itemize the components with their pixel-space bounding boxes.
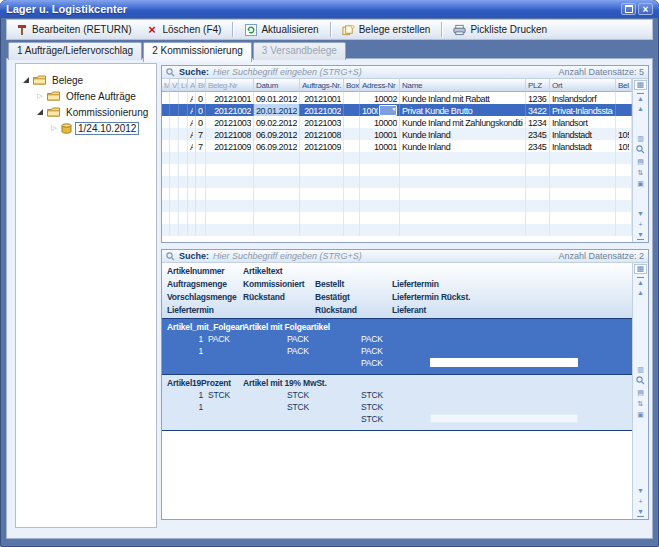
column-header[interactable]: Box [344, 79, 360, 92]
expander-collapsed-icon[interactable] [36, 92, 44, 100]
position-group[interactable]: Artikel19ProzentArtikel mit 19% MwSt.1ST… [162, 375, 632, 431]
cell-value: Inlandsort [552, 118, 613, 128]
scroll-last-icon[interactable]: ▼ [634, 231, 647, 241]
refresh-button[interactable]: Aktualisieren [238, 20, 324, 39]
table-cell [196, 224, 206, 236]
create-documents-button[interactable]: Belege erstellen [336, 20, 437, 39]
table-cell [344, 200, 360, 212]
glyph: ▦ [637, 81, 645, 89]
search-icon[interactable] [634, 145, 647, 155]
grid-button-icon[interactable]: ▦ [634, 80, 647, 90]
column-header[interactable]: Bel [616, 79, 632, 92]
lieferant-field[interactable] [430, 358, 578, 367]
scroll-first-icon[interactable]: ▲ [634, 92, 647, 102]
restore-button[interactable] [621, 3, 636, 15]
position-row[interactable]: 1STCKSTCKSTCK [162, 389, 632, 401]
column-header[interactable]: Name [400, 79, 526, 92]
copy-icon[interactable]: ▣ [634, 179, 647, 188]
expander-expanded-icon[interactable] [22, 77, 30, 83]
search-placeholder[interactable]: Hier Suchbegriff eingeben (STRG+S) [213, 67, 554, 77]
sort-icon[interactable]: ⇅ [634, 168, 647, 177]
list-icon[interactable]: ▤ [634, 157, 647, 166]
tree-item[interactable]: Belege [16, 72, 156, 88]
dropdown-arrow-icon[interactable]: ▼ [379, 105, 397, 116]
list-icon[interactable]: ▤ [634, 388, 647, 397]
scroll-last-icon[interactable]: ▼ [634, 508, 647, 518]
search-placeholder[interactable]: Hier Suchbegriff eingeben (STRG+S) [213, 251, 554, 261]
expander-expanded-icon[interactable] [36, 109, 44, 115]
position-row[interactable]: PACK [162, 357, 632, 369]
cell-value: 20121009 [208, 142, 251, 152]
column-header[interactable]: Datum [254, 79, 300, 92]
table-row[interactable] [162, 212, 632, 224]
cell-value: Privat-Inlandsstadt [552, 106, 613, 116]
create-documents-button-label: Belege erstellen [359, 24, 431, 35]
copy-icon[interactable]: ▣ [634, 410, 647, 419]
tree-item[interactable]: 1/24.10.2012 [16, 120, 156, 136]
table-row[interactable]: A002012100109.01.20122012100110002Kunde … [162, 92, 632, 104]
cell-value: 00 [198, 118, 203, 128]
position-group[interactable]: Artikel_mit_FolgeartikelArtikel mit Folg… [162, 319, 632, 375]
table-row[interactable]: A722012100906.09.20122012100910001Kunde … [162, 140, 632, 152]
table-row[interactable] [162, 176, 632, 188]
tree-item[interactable]: Offene Aufträge [16, 88, 156, 104]
tree-item[interactable]: Kommissionierung [16, 104, 156, 120]
column-header[interactable]: A [188, 79, 196, 92]
table-cell: 12367 [526, 92, 550, 104]
table-row[interactable] [162, 200, 632, 212]
scroll-down-icon[interactable]: ▼ [634, 486, 647, 495]
table-row[interactable]: A002012100309.02.20122012100310000Kunde … [162, 116, 632, 128]
table-row[interactable]: A722012100806.09.20122012100810001Kunde … [162, 128, 632, 140]
glyph: ⇅ [638, 400, 644, 407]
tab-kommissionierung[interactable]: 2 Kommissionierung [143, 42, 252, 62]
glyph: ▦ [637, 265, 645, 273]
freeze-columns-icon[interactable]: ▥ [634, 134, 647, 143]
column-header[interactable]: LO [179, 79, 188, 92]
table-cell [550, 212, 616, 224]
insert-icon[interactable]: + [634, 220, 647, 229]
tab-auftraege-liefervorschlag[interactable]: 1 Aufträge/Liefervorschlag [8, 42, 142, 60]
cell-value: Inslandsdorf [552, 94, 613, 104]
search-icon[interactable] [634, 376, 647, 386]
column-header[interactable]: Adress-Nr [360, 79, 400, 92]
delete-button[interactable]: × Löschen (F4) [139, 20, 227, 39]
column-header[interactable]: Beleg-Nr [206, 79, 254, 92]
print-picklist-button[interactable]: Pickliste Drucken [447, 20, 553, 39]
table-cell: 10000 [360, 116, 400, 128]
column-header[interactable]: PLZ [526, 79, 550, 92]
table-row[interactable] [162, 152, 632, 164]
scroll-first-icon[interactable]: ▲ [634, 276, 647, 286]
position-row[interactable]: 1PACKPACK [162, 345, 632, 357]
sort-icon[interactable]: ⇅ [634, 399, 647, 408]
column-header[interactable]: Ort [550, 79, 616, 92]
column-header[interactable]: VS [170, 79, 179, 92]
table-row[interactable] [162, 224, 632, 236]
field-label: Liefertermin Rückst. [392, 292, 470, 302]
position-row[interactable]: 1STCKSTCK [162, 401, 632, 413]
lieferant-field[interactable] [430, 414, 578, 423]
column-header[interactable]: Auftrags-Nr. [300, 79, 344, 92]
table-cell [526, 152, 550, 164]
scroll-up-icon[interactable]: ▲ [634, 104, 647, 113]
grid-button-icon[interactable]: ▦ [634, 264, 647, 274]
close-button[interactable]: × [638, 3, 653, 15]
position-row[interactable]: STCK [162, 413, 632, 425]
cell-value: 10001 [362, 130, 397, 140]
scroll-down-icon[interactable]: ▼ [634, 209, 647, 218]
column-header[interactable]: BG [196, 79, 206, 92]
table-row[interactable] [162, 188, 632, 200]
expander-collapsed-icon[interactable] [50, 124, 58, 132]
titlebar[interactable]: Lager u. Logistikcenter × [0, 0, 659, 18]
position-row[interactable]: 1PACKPACKPACK [162, 333, 632, 345]
edit-button[interactable]: Bearbeiten (RETURN) [9, 20, 137, 39]
positions-search-bar[interactable]: Suche: Hier Suchbegriff eingeben (STRG+S… [162, 250, 648, 263]
table-row[interactable] [162, 164, 632, 176]
freeze-columns-icon[interactable]: ▥ [634, 365, 647, 374]
scroll-up-icon[interactable]: ▲ [634, 288, 647, 297]
table-row[interactable]: A002012100220.01.20122012100210009▼Priva… [162, 104, 632, 116]
column-header[interactable]: M [162, 79, 170, 92]
cell-value: 06.09.2012 [256, 142, 297, 152]
orders-search-bar[interactable]: Suche: Hier Suchbegriff eingeben (STRG+S… [162, 66, 648, 79]
table-cell [344, 128, 360, 140]
insert-icon[interactable]: + [634, 497, 647, 506]
